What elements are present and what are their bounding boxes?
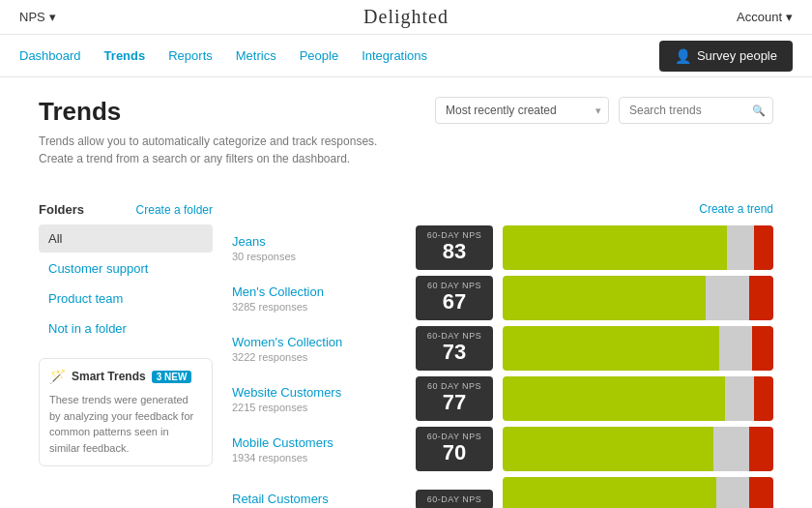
search-input[interactable] (619, 97, 773, 124)
trend-name[interactable]: Women's Collection (232, 335, 406, 349)
bar-segment (503, 225, 727, 270)
smart-trends-label: Smart Trends (72, 370, 146, 383)
trend-name[interactable]: Mobile Customers (232, 435, 406, 450)
sidebar-header: Folders Create a folder (39, 202, 213, 217)
trend-info: Women's Collection3222 responses (232, 335, 406, 363)
trend-name[interactable]: Retail Customers (232, 492, 406, 506)
nps-period-label: 60 DAY NPS (423, 282, 485, 290)
folder-product-team[interactable]: Product team (39, 284, 213, 313)
nps-badge: 60 DAY NPS77 (416, 376, 493, 420)
survey-people-button[interactable]: 👤 Survey people (659, 41, 793, 72)
create-folder-link[interactable]: Create a folder (136, 203, 213, 217)
nps-bar (503, 326, 773, 371)
trend-info: Men's Collection3285 responses (232, 284, 406, 313)
top-bar: NPS ▾ Delighted Account ▾ (0, 0, 812, 35)
trend-responses: 3285 responses (232, 301, 406, 313)
app-logo: Delighted (363, 6, 449, 27)
bar-segment (503, 326, 719, 371)
bar-segment (754, 376, 773, 421)
nps-badge: 60-DAY NPS83 (416, 225, 493, 269)
trend-name[interactable]: Website Customers (232, 385, 406, 400)
nps-value: 77 (423, 391, 485, 414)
page-subtitle: Trends allow you to automatically catego… (39, 133, 377, 167)
nav-dashboard[interactable]: Dashboard (19, 48, 81, 63)
nps-bar (503, 225, 773, 270)
subtitle-line2: Create a trend from a search or any filt… (39, 150, 377, 167)
trend-row: Retail Customers60-DAY NPS (232, 477, 773, 508)
nav-trends[interactable]: Trends (104, 48, 146, 63)
nav-reports[interactable]: Reports (168, 48, 213, 63)
trend-responses: 30 responses (232, 251, 406, 262)
trend-responses: 2215 responses (232, 402, 406, 413)
trend-row: Men's Collection3285 responses60 DAY NPS… (232, 276, 773, 320)
sort-select[interactable]: Most recently created (435, 97, 609, 124)
nps-value: 67 (423, 290, 485, 314)
bar-segment (754, 225, 773, 270)
nps-period-label: 60-DAY NPS (423, 495, 485, 504)
bar-segment (752, 326, 773, 371)
trend-name[interactable]: Jeans (232, 234, 406, 249)
product-chevron-icon: ▾ (49, 10, 56, 24)
account-chevron-icon: ▾ (786, 10, 793, 24)
nps-badge: 60-DAY NPS70 (416, 427, 493, 470)
trend-responses: 3222 responses (232, 351, 406, 363)
folder-customer-support[interactable]: Customer support (39, 254, 213, 283)
trend-row: Website Customers2215 responses60 DAY NP… (232, 376, 773, 421)
folder-not-in-folder[interactable]: Not in a folder (39, 314, 213, 343)
smart-trends-description: These trends were generated by analyzing… (49, 392, 202, 456)
nps-value: 70 (423, 441, 485, 464)
bar-segment (503, 376, 725, 421)
trends-list-header: Create a trend (232, 202, 773, 216)
trend-info: Mobile Customers1934 responses (232, 435, 406, 463)
nps-bar (503, 276, 773, 320)
trend-row: Women's Collection3222 responses60-DAY N… (232, 326, 773, 371)
nps-period-label: 60 DAY NPS (423, 382, 485, 391)
trend-info: Website Customers2215 responses (232, 385, 406, 413)
bar-segment (749, 276, 773, 320)
bar-segment (503, 477, 716, 508)
nav-integrations[interactable]: Integrations (362, 48, 427, 63)
nps-value: 73 (423, 341, 485, 364)
nps-bar (503, 427, 773, 471)
folder-all[interactable]: All (39, 224, 213, 253)
trends-scroll: Jeans30 responses60-DAY NPS83Men's Colle… (232, 225, 773, 508)
subtitle-line1: Trends allow you to automatically catego… (39, 133, 377, 150)
product-label: NPS (19, 10, 45, 24)
nps-value: 83 (423, 240, 485, 263)
nps-badge: 60 DAY NPS67 (416, 276, 493, 319)
bar-segment (725, 376, 755, 421)
sort-select-wrapper: Most recently created (435, 97, 609, 124)
trends-list: Create a trend Jeans30 responses60-DAY N… (232, 202, 773, 508)
logo-container: Delighted (363, 6, 449, 28)
bar-segment (503, 276, 706, 320)
bar-segment (713, 427, 748, 471)
page-header: Trends Trends allow you to automatically… (39, 97, 377, 187)
nav-links: Dashboard Trends Reports Metrics People … (19, 48, 427, 63)
bar-segment (706, 276, 749, 320)
trend-info: Retail Customers (232, 492, 406, 508)
main-content: Trends Trends allow you to automatically… (0, 77, 812, 508)
trend-name[interactable]: Men's Collection (232, 284, 406, 299)
account-label: Account (737, 10, 782, 24)
nav-metrics[interactable]: Metrics (236, 48, 276, 63)
nav-people[interactable]: People (300, 48, 338, 63)
bar-segment (719, 326, 752, 371)
nps-bar (503, 477, 773, 508)
wand-icon: 🪄 (49, 369, 66, 384)
filters-row: Most recently created (435, 97, 773, 124)
bar-segment (503, 427, 713, 471)
product-selector[interactable]: NPS ▾ (19, 10, 56, 24)
bar-segment (716, 477, 749, 508)
nps-period-label: 60-DAY NPS (423, 231, 485, 240)
bar-segment (749, 477, 773, 508)
create-trend-link[interactable]: Create a trend (699, 202, 773, 216)
nps-period-label: 60-DAY NPS (423, 332, 485, 341)
survey-button-label: Survey people (697, 48, 777, 63)
smart-trends-box: 🪄 Smart Trends 3 NEW These trends were g… (39, 358, 213, 466)
folders-title: Folders (39, 202, 84, 217)
search-wrapper (619, 97, 773, 124)
account-menu[interactable]: Account ▾ (737, 10, 793, 24)
survey-icon: 👤 (675, 48, 691, 64)
nps-bar (503, 376, 773, 421)
trend-row: Mobile Customers1934 responses60-DAY NPS… (232, 427, 773, 471)
